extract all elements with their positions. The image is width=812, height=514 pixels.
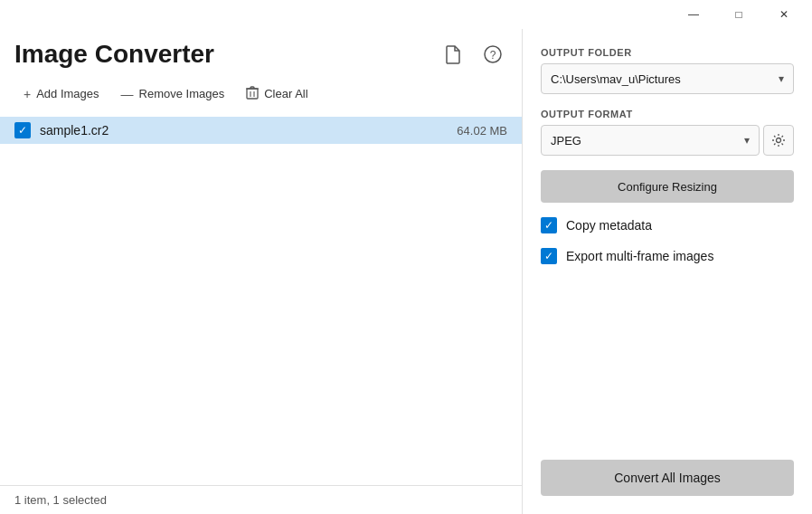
- maximize-button[interactable]: □: [718, 0, 760, 29]
- clear-all-label: Clear All: [264, 87, 307, 100]
- close-button[interactable]: ✕: [763, 0, 805, 29]
- svg-rect-2: [247, 89, 258, 99]
- output-folder-value: C:\Users\mav_u\Pictures: [551, 72, 681, 86]
- file-icon-button[interactable]: [439, 40, 467, 69]
- file-name: sample1.cr2: [40, 123, 448, 138]
- folder-dropdown-arrow-icon: ▾: [779, 72, 784, 85]
- app-header: Image Converter ?: [0, 29, 522, 76]
- output-folder-section: OUTPUT FOLDER C:\Users\mav_u\Pictures ▾: [541, 47, 794, 94]
- app-title: Image Converter: [14, 40, 214, 69]
- convert-all-images-button[interactable]: Convert All Images: [541, 460, 794, 496]
- help-icon: ?: [483, 44, 503, 64]
- copy-metadata-checkbox[interactable]: ✓: [541, 217, 557, 233]
- trash-icon: [246, 85, 259, 102]
- help-icon-button[interactable]: ?: [478, 40, 507, 69]
- checkmark-icon: ✓: [18, 125, 27, 136]
- status-text: 1 item, 1 selected: [14, 493, 107, 507]
- export-multiframe-checkbox[interactable]: ✓: [541, 248, 557, 264]
- svg-point-6: [777, 138, 781, 143]
- output-format-value: JPEG: [551, 134, 581, 148]
- add-icon: +: [24, 87, 31, 101]
- file-size: 64.02 MB: [457, 124, 507, 138]
- export-multiframe-row[interactable]: ✓ Export multi-frame images: [541, 248, 794, 264]
- output-format-section: OUTPUT FORMAT JPEG ▾: [541, 109, 794, 156]
- format-dropdown-arrow-icon: ▾: [744, 134, 750, 147]
- output-folder-label: OUTPUT FOLDER: [541, 47, 794, 58]
- add-images-button[interactable]: + Add Images: [14, 81, 109, 107]
- configure-resizing-button[interactable]: Configure Resizing: [541, 170, 794, 203]
- toolbar: + Add Images — Remove Images: [0, 76, 522, 115]
- output-folder-dropdown[interactable]: C:\Users\mav_u\Pictures ▾: [541, 63, 794, 94]
- output-format-dropdown[interactable]: JPEG ▾: [541, 125, 760, 156]
- main-window: — □ ✕ Image Converter: [0, 0, 812, 514]
- left-panel: Image Converter ?: [0, 29, 523, 514]
- file-checkbox[interactable]: ✓: [14, 122, 31, 138]
- remove-images-button[interactable]: — Remove Images: [112, 81, 234, 107]
- copy-metadata-checkmark-icon: ✓: [544, 220, 553, 231]
- header-icons: ?: [439, 40, 507, 69]
- clear-all-button[interactable]: Clear All: [237, 80, 316, 108]
- output-format-label: OUTPUT FORMAT: [541, 109, 794, 119]
- file-list: ✓ sample1.cr2 64.02 MB: [0, 115, 522, 485]
- export-multiframe-label: Export multi-frame images: [566, 249, 713, 263]
- add-images-label: Add Images: [36, 87, 99, 100]
- copy-metadata-row[interactable]: ✓ Copy metadata: [541, 217, 794, 233]
- remove-icon: —: [121, 87, 134, 101]
- output-format-row: JPEG ▾: [541, 125, 794, 156]
- copy-metadata-label: Copy metadata: [566, 218, 652, 233]
- main-content: Image Converter ?: [0, 29, 812, 514]
- format-settings-button[interactable]: [763, 125, 794, 156]
- remove-images-label: Remove Images: [139, 87, 225, 100]
- svg-text:?: ?: [490, 49, 496, 62]
- export-multiframe-checkmark-icon: ✓: [544, 251, 553, 262]
- right-panel: OUTPUT FOLDER C:\Users\mav_u\Pictures ▾ …: [523, 29, 812, 514]
- file-icon: [444, 44, 462, 64]
- minimize-button[interactable]: —: [673, 0, 714, 29]
- spacer: [541, 279, 794, 445]
- title-bar: — □ ✕: [0, 0, 812, 29]
- gear-icon: [771, 133, 786, 148]
- status-bar: 1 item, 1 selected: [0, 485, 522, 514]
- file-item[interactable]: ✓ sample1.cr2 64.02 MB: [0, 117, 522, 144]
